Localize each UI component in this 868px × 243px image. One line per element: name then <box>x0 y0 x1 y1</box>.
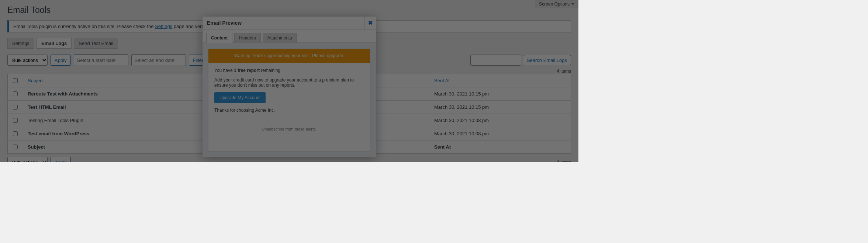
modal-overlay[interactable] <box>0 0 578 162</box>
